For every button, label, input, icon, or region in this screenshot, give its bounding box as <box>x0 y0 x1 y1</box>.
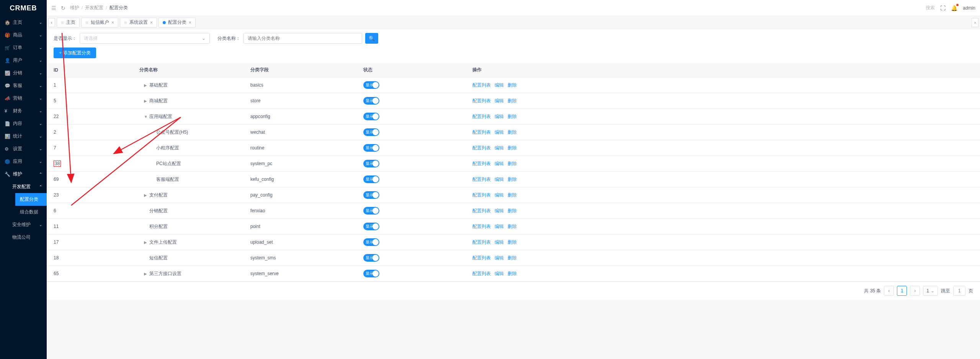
action-delete[interactable]: 删除 <box>508 270 517 277</box>
action-edit[interactable]: 编辑 <box>495 129 504 136</box>
action-edit[interactable]: 编辑 <box>495 223 504 230</box>
tree-toggle-icon[interactable]: ▶ <box>144 99 148 103</box>
sidebar-item[interactable]: ⚙设置⌄ <box>0 143 47 155</box>
collapse-icon[interactable]: ☰ <box>51 5 56 11</box>
tree-toggle-icon[interactable]: ▶ <box>144 193 148 197</box>
status-switch[interactable]: 显示 <box>363 81 379 89</box>
sidebar-item[interactable]: 💬客服⌄ <box>0 79 47 92</box>
user-menu[interactable]: admin <box>963 5 975 11</box>
tab[interactable]: 配置分类× <box>158 18 196 28</box>
action-list[interactable]: 配置列表 <box>472 208 491 214</box>
sidebar-item[interactable]: ¥财务⌄ <box>0 105 47 117</box>
action-delete[interactable]: 删除 <box>508 161 517 167</box>
sidebar-item[interactable]: 🛒订单⌄ <box>0 41 47 54</box>
action-edit[interactable]: 编辑 <box>495 208 504 214</box>
action-delete[interactable]: 删除 <box>508 176 517 183</box>
sidebar-item[interactable]: 🎁商品⌄ <box>0 29 47 41</box>
tree-toggle-icon[interactable]: ▼ <box>144 115 148 119</box>
tree-toggle-icon[interactable]: ▶ <box>144 83 148 87</box>
action-edit[interactable]: 编辑 <box>495 270 504 277</box>
status-switch[interactable]: 显示 <box>363 175 379 183</box>
status-switch[interactable]: 显示 <box>363 160 379 167</box>
status-switch[interactable]: 显示 <box>363 238 379 246</box>
tab-prev[interactable]: ‹ <box>48 18 55 27</box>
page-prev[interactable]: ‹ <box>884 286 894 296</box>
action-edit[interactable]: 编辑 <box>495 239 504 246</box>
status-switch[interactable]: 显示 <box>363 191 379 199</box>
action-edit[interactable]: 编辑 <box>495 255 504 261</box>
action-list[interactable]: 配置列表 <box>472 129 491 136</box>
sidebar-item[interactable]: 📣营销⌄ <box>0 92 47 105</box>
status-switch[interactable]: 显示 <box>363 144 379 152</box>
refresh-icon[interactable]: ↻ <box>61 5 65 11</box>
action-delete[interactable]: 删除 <box>508 208 517 214</box>
sidebar-item-logistics[interactable]: 物流公司 <box>8 231 47 244</box>
name-input[interactable] <box>243 33 362 44</box>
action-delete[interactable]: 删除 <box>508 239 517 246</box>
action-edit[interactable]: 编辑 <box>495 192 504 198</box>
action-list[interactable]: 配置列表 <box>472 270 491 277</box>
status-switch[interactable]: 显示 <box>363 113 379 120</box>
sidebar-item[interactable]: 👤用户⌄ <box>0 54 47 67</box>
status-switch[interactable]: 显示 <box>363 97 379 105</box>
breadcrumb-item[interactable]: 开发配置 <box>85 5 103 11</box>
action-list[interactable]: 配置列表 <box>472 239 491 246</box>
action-list[interactable]: 配置列表 <box>472 82 491 89</box>
action-edit[interactable]: 编辑 <box>495 82 504 89</box>
sidebar-item-dev-config[interactable]: 开发配置 ⌃ <box>8 180 47 193</box>
status-switch[interactable]: 显示 <box>363 254 379 262</box>
status-switch[interactable]: 显示 <box>363 270 379 277</box>
action-delete[interactable]: 删除 <box>508 113 517 120</box>
tab[interactable]: 短信账户× <box>81 18 118 28</box>
action-list[interactable]: 配置列表 <box>472 113 491 120</box>
action-edit[interactable]: 编辑 <box>495 145 504 151</box>
sidebar-item[interactable]: 🔧维护⌃ <box>0 168 47 180</box>
page-size-select[interactable]: 1 ⌄ <box>923 286 938 296</box>
sidebar-item[interactable]: 📈分销⌄ <box>0 67 47 79</box>
action-list[interactable]: 配置列表 <box>472 161 491 167</box>
tab[interactable]: 系统设置× <box>120 18 157 28</box>
close-icon[interactable]: × <box>111 20 114 25</box>
notification-icon[interactable]: 🔔 <box>951 5 957 11</box>
close-icon[interactable]: × <box>150 20 153 25</box>
sidebar-item-config-category[interactable]: 配置分类 <box>15 193 47 206</box>
tab[interactable]: 主页 <box>57 18 80 28</box>
action-delete[interactable]: 删除 <box>508 255 517 261</box>
action-delete[interactable]: 删除 <box>508 82 517 89</box>
close-icon[interactable]: × <box>189 20 191 25</box>
action-delete[interactable]: 删除 <box>508 145 517 151</box>
page-number[interactable]: 1 <box>897 286 907 296</box>
action-edit[interactable]: 编辑 <box>495 176 504 183</box>
action-list[interactable]: 配置列表 <box>472 192 491 198</box>
action-list[interactable]: 配置列表 <box>472 145 491 151</box>
action-edit[interactable]: 编辑 <box>495 98 504 104</box>
goto-input[interactable]: 1 <box>953 286 965 296</box>
tree-toggle-icon[interactable]: ▶ <box>144 272 148 276</box>
show-select[interactable]: 请选择 ⌄ <box>80 33 210 44</box>
search-button[interactable]: 🔍 <box>365 33 378 44</box>
search-input[interactable]: 搜索 <box>926 5 935 11</box>
logo[interactable]: CRMEB <box>0 0 47 16</box>
fullscreen-icon[interactable]: ⛶ <box>940 5 946 11</box>
tab-next[interactable]: › <box>972 18 978 27</box>
tree-toggle-icon[interactable]: ▶ <box>144 240 148 244</box>
status-switch[interactable]: 显示 <box>363 207 379 215</box>
action-list[interactable]: 配置列表 <box>472 255 491 261</box>
sidebar-item[interactable]: 🔵应用⌄ <box>0 155 47 168</box>
action-delete[interactable]: 删除 <box>508 192 517 198</box>
action-delete[interactable]: 删除 <box>508 98 517 104</box>
sidebar-item-security[interactable]: 安全维护 ⌄ <box>8 218 47 231</box>
status-switch[interactable]: 显示 <box>363 128 379 136</box>
action-list[interactable]: 配置列表 <box>472 98 491 104</box>
sidebar-item[interactable]: 🏠主页⌄ <box>0 16 47 29</box>
action-delete[interactable]: 删除 <box>508 129 517 136</box>
action-edit[interactable]: 编辑 <box>495 161 504 167</box>
status-switch[interactable]: 显示 <box>363 223 379 230</box>
action-list[interactable]: 配置列表 <box>472 223 491 230</box>
sidebar-item-combo-data[interactable]: 组合数据 <box>15 206 47 218</box>
sidebar-item[interactable]: 📊统计⌄ <box>0 130 47 143</box>
action-list[interactable]: 配置列表 <box>472 176 491 183</box>
action-edit[interactable]: 编辑 <box>495 113 504 120</box>
breadcrumb-item[interactable]: 维护 <box>70 5 79 11</box>
add-config-button[interactable]: + 添加配置分类 <box>54 48 96 58</box>
